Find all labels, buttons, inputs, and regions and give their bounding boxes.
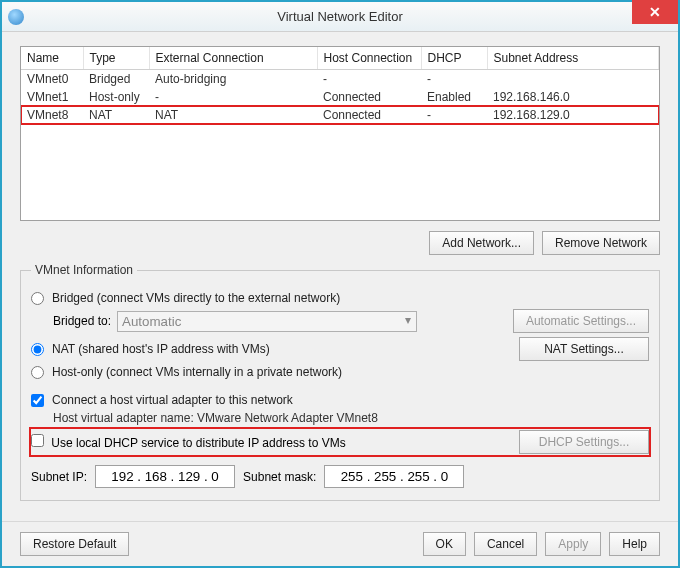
subnet-ip-label: Subnet IP: <box>31 470 87 484</box>
cell-name: VMnet8 <box>21 106 83 124</box>
window-title: Virtual Network Editor <box>2 9 678 24</box>
col-header-dhcp[interactable]: DHCP <box>421 47 487 70</box>
restore-default-button[interactable]: Restore Default <box>20 532 129 556</box>
connect-adapter-label[interactable]: Connect a host virtual adapter to this n… <box>31 393 293 407</box>
col-header-type[interactable]: Type <box>83 47 149 70</box>
nat-text: NAT (shared host's IP address with VMs) <box>52 342 270 356</box>
close-icon: ✕ <box>649 4 661 20</box>
cell-type: NAT <box>83 106 149 124</box>
dhcp-settings-button: DHCP Settings... <box>519 430 649 454</box>
col-header-name[interactable]: Name <box>21 47 83 70</box>
subnet-mask-field[interactable] <box>324 465 464 488</box>
nat-settings-button[interactable]: NAT Settings... <box>519 337 649 361</box>
cell-subnet: 192.168.146.0 <box>487 88 659 106</box>
dhcp-service-row: Use local DHCP service to distribute IP … <box>31 429 649 455</box>
cell-external: - <box>149 88 317 106</box>
content-area: Name Type External Connection Host Conne… <box>2 32 678 521</box>
table-row-selected[interactable]: VMnet8 NAT NAT Connected - 192.168.129.0 <box>21 106 659 124</box>
cell-external: NAT <box>149 106 317 124</box>
hostonly-radio[interactable] <box>31 366 44 379</box>
automatic-settings-button: Automatic Settings... <box>513 309 649 333</box>
cancel-button[interactable]: Cancel <box>474 532 537 556</box>
cell-host: Connected <box>317 106 421 124</box>
cell-dhcp: Enabled <box>421 88 487 106</box>
titlebar: Virtual Network Editor ✕ <box>2 2 678 32</box>
table-row[interactable]: VMnet1 Host-only - Connected Enabled 192… <box>21 88 659 106</box>
cell-external: Auto-bridging <box>149 70 317 89</box>
cell-host: - <box>317 70 421 89</box>
connect-adapter-row: Connect a host virtual adapter to this n… <box>31 393 649 407</box>
subnet-row: Subnet IP: Subnet mask: <box>31 465 649 488</box>
bridged-to-label: Bridged to: <box>53 314 111 328</box>
table-row[interactable]: VMnet0 Bridged Auto-bridging - - <box>21 70 659 89</box>
cell-type: Bridged <box>83 70 149 89</box>
close-button[interactable]: ✕ <box>632 0 678 24</box>
col-header-host[interactable]: Host Connection <box>317 47 421 70</box>
network-table[interactable]: Name Type External Connection Host Conne… <box>20 46 660 221</box>
hostonly-radio-label[interactable]: Host-only (connect VMs internally in a p… <box>31 365 342 379</box>
subnet-mask-label: Subnet mask: <box>243 470 316 484</box>
dhcp-service-text: Use local DHCP service to distribute IP … <box>51 436 345 450</box>
cell-host: Connected <box>317 88 421 106</box>
col-header-external[interactable]: External Connection <box>149 47 317 70</box>
connect-adapter-checkbox[interactable] <box>31 394 44 407</box>
subnet-ip-field[interactable] <box>95 465 235 488</box>
add-network-button[interactable]: Add Network... <box>429 231 534 255</box>
cell-type: Host-only <box>83 88 149 106</box>
apply-button: Apply <box>545 532 601 556</box>
connect-adapter-text: Connect a host virtual adapter to this n… <box>52 393 293 407</box>
bridged-text: Bridged (connect VMs directly to the ext… <box>52 291 340 305</box>
cell-dhcp: - <box>421 70 487 89</box>
bridged-row: Bridged (connect VMs directly to the ext… <box>31 291 649 305</box>
hostonly-row: Host-only (connect VMs internally in a p… <box>31 365 649 379</box>
bridged-radio-label[interactable]: Bridged (connect VMs directly to the ext… <box>31 291 340 305</box>
col-header-subnet[interactable]: Subnet Address <box>487 47 659 70</box>
nat-radio-label[interactable]: NAT (shared host's IP address with VMs) <box>31 342 270 356</box>
nat-radio[interactable] <box>31 343 44 356</box>
cell-subnet <box>487 70 659 89</box>
bridged-to-select <box>117 311 417 332</box>
ok-button[interactable]: OK <box>423 532 466 556</box>
hostonly-text: Host-only (connect VMs internally in a p… <box>52 365 342 379</box>
cell-dhcp: - <box>421 106 487 124</box>
cell-subnet: 192.168.129.0 <box>487 106 659 124</box>
table-header-row: Name Type External Connection Host Conne… <box>21 47 659 70</box>
network-buttons: Add Network... Remove Network <box>20 231 660 255</box>
nat-row: NAT (shared host's IP address with VMs) … <box>31 337 649 361</box>
adapter-name-row: Host virtual adapter name: VMware Networ… <box>53 411 649 425</box>
dhcp-service-checkbox[interactable] <box>31 434 44 447</box>
vmnet-info-legend: VMnet Information <box>31 263 137 277</box>
cell-name: VMnet1 <box>21 88 83 106</box>
bridged-radio[interactable] <box>31 292 44 305</box>
cell-name: VMnet0 <box>21 70 83 89</box>
bottom-button-bar: Restore Default OK Cancel Apply Help <box>2 521 678 566</box>
remove-network-button[interactable]: Remove Network <box>542 231 660 255</box>
dhcp-service-label[interactable]: Use local DHCP service to distribute IP … <box>31 434 346 450</box>
virtual-network-editor-window: Virtual Network Editor ✕ Name Type Exter… <box>0 0 680 568</box>
help-button[interactable]: Help <box>609 532 660 556</box>
vmnet-info-group: VMnet Information Bridged (connect VMs d… <box>20 263 660 501</box>
bridged-to-row: Bridged to: Automatic Settings... <box>53 309 649 333</box>
